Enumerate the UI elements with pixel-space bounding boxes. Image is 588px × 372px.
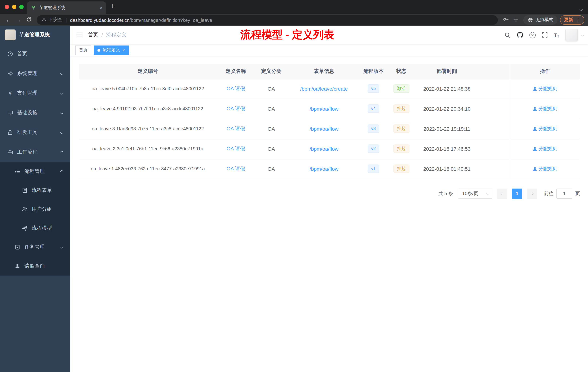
form-info-link[interactable]: /bpm/oa/leave/create <box>300 86 348 92</box>
sidebar-item-devtools[interactable]: 研发工具 <box>0 123 70 142</box>
help-icon[interactable]: ? <box>529 32 536 38</box>
sidebar-item-leave-query[interactable]: 请假查询 <box>0 257 70 275</box>
form-info-link[interactable]: /bpm/oa/flow <box>310 146 338 152</box>
form-info-link[interactable]: /bpm/oa/flow <box>310 106 338 111</box>
next-page-button[interactable] <box>527 188 537 198</box>
goto-page-input[interactable] <box>556 188 572 198</box>
caret-down-icon[interactable] <box>581 34 584 36</box>
sidebar-item-process-model[interactable]: 流程模型 <box>0 219 70 238</box>
tab-search-chevron-icon[interactable] <box>580 5 582 12</box>
bookmark-star-icon[interactable]: ☆ <box>511 17 521 23</box>
tab-close-icon[interactable]: × <box>100 5 103 10</box>
breadcrumb-home[interactable]: 首页 <box>88 32 98 38</box>
goto-label: 前往 <box>544 190 554 197</box>
sidebar-item-user-group[interactable]: 用户分组 <box>0 200 70 219</box>
definition-name-link[interactable]: OA 请假 <box>227 165 245 171</box>
status-badge: 挂起 <box>393 145 409 153</box>
definition-id: oa_leave:3:1fad3d93-7b75-11ec-a3c8-acde4… <box>79 119 216 139</box>
assign-rule-button[interactable]: 分配规则 <box>533 105 557 112</box>
font-size-icon[interactable]: TT <box>554 32 559 38</box>
minimize-window-button[interactable] <box>12 5 16 9</box>
new-tab-button[interactable]: + <box>111 2 115 10</box>
definition-id: oa_leave:4:991f2193-7b7f-11ec-a3c8-acde4… <box>79 99 216 119</box>
reload-button[interactable] <box>24 17 33 23</box>
incognito-badge: 无痕模式 <box>523 15 557 25</box>
users-icon <box>22 206 28 212</box>
form-info-link[interactable]: /bpm/oa/flow <box>310 166 338 172</box>
assign-rule-button[interactable]: 分配规则 <box>533 145 557 152</box>
address-bar[interactable]: 不安全 | dashboard.yudao.iocoder.cn/bpm/man… <box>37 15 498 25</box>
page-number-current[interactable]: 1 <box>512 188 522 198</box>
incognito-label: 无痕模式 <box>536 17 553 23</box>
github-icon[interactable] <box>516 32 523 38</box>
deploy-time: 2022-01-22 21:48:38 <box>416 79 477 99</box>
fullscreen-icon[interactable] <box>542 32 547 38</box>
browser-tab[interactable]: 芋道管理系统 × <box>27 1 106 14</box>
breadcrumb: 首页 / 流程定义 <box>88 32 126 38</box>
sidebar-logo: 芋道管理系统 <box>0 26 70 44</box>
sidebar-item-task-management[interactable]: 任务管理 <box>0 238 70 257</box>
search-icon[interactable] <box>504 32 510 38</box>
forward-button[interactable]: → <box>14 17 23 23</box>
back-button[interactable]: ← <box>4 17 13 23</box>
sidebar-item-system[interactable]: 系统管理 <box>0 64 70 83</box>
sidebar-item-label: 首页 <box>17 51 27 57</box>
definition-category: OA <box>255 119 287 139</box>
assign-rule-button[interactable]: 分配规则 <box>533 125 557 132</box>
definition-category: OA <box>255 139 287 159</box>
filler-cell <box>477 159 510 179</box>
chrome-update-button[interactable]: 更新 ⋮ <box>560 15 584 25</box>
update-label[interactable]: 更新 <box>564 17 573 23</box>
user-icon <box>15 263 20 269</box>
definition-name-link[interactable]: OA 请假 <box>227 85 245 91</box>
top-navbar: 首页 / 流程定义 流程模型 - 定义列表 ? TT <box>70 26 588 44</box>
sidebar-item-process-form[interactable]: 流程表单 <box>0 181 70 200</box>
definition-category: OA <box>255 159 287 179</box>
sidebar-toggle-hamburger-icon[interactable] <box>70 32 88 38</box>
sidebar-item-process-management[interactable]: 流程管理 <box>0 162 70 181</box>
assign-rule-button[interactable]: 分配规则 <box>533 85 557 92</box>
tag-home[interactable]: 首页 <box>75 45 91 55</box>
chevron-down-icon <box>60 92 63 95</box>
table-header-row: 定义编号 定义名称 定义分类 表单信息 流程版本 状态 部署时间 操作 <box>79 64 580 79</box>
definition-name-link[interactable]: OA 请假 <box>227 125 245 131</box>
sidebar-item-payment[interactable]: ¥ 支付管理 <box>0 83 70 103</box>
assign-rule-button[interactable]: 分配规则 <box>533 165 557 172</box>
definition-table: 定义编号 定义名称 定义分类 表单信息 流程版本 状态 部署时间 操作 <box>79 64 580 179</box>
definition-name-link[interactable]: OA 请假 <box>227 105 245 111</box>
monitor-icon <box>7 110 13 116</box>
maximize-window-button[interactable] <box>19 5 24 9</box>
sidebar-item-label: 流程表单 <box>32 187 52 194</box>
chevron-down-icon <box>60 246 63 249</box>
lock-icon <box>7 130 13 135</box>
tag-close-icon[interactable]: × <box>122 48 125 52</box>
sidebar-item-home[interactable]: 首页 <box>0 44 70 64</box>
pagination-total: 共 5 条 <box>438 190 453 197</box>
filler-cell <box>477 99 510 119</box>
goto-unit: 页 <box>575 190 580 197</box>
avatar[interactable] <box>566 29 578 41</box>
col-header-actions: 操作 <box>510 64 580 79</box>
list-icon <box>15 169 20 174</box>
form-info-link[interactable]: /bpm/oa/flow <box>310 126 338 131</box>
password-key-icon[interactable] <box>501 16 511 23</box>
prev-page-button[interactable] <box>497 188 507 198</box>
page-size-value: 10条/页 <box>462 190 478 197</box>
chevron-up-icon <box>60 170 63 173</box>
definition-category: OA <box>255 99 287 119</box>
content-area: 定义编号 定义名称 定义分类 表单信息 流程版本 状态 部署时间 操作 <box>70 56 588 372</box>
deploy-time: 2022-01-16 17:46:53 <box>416 139 477 159</box>
person-icon <box>533 107 537 111</box>
sidebar-item-workflow[interactable]: 工作流程 <box>0 142 70 162</box>
tag-process-definition[interactable]: 流程定义 × <box>94 45 128 55</box>
close-window-button[interactable] <box>5 5 9 9</box>
definition-name-link[interactable]: OA 请假 <box>227 145 245 151</box>
site-favicon <box>31 5 36 11</box>
col-header-filler <box>477 64 510 79</box>
page-size-select[interactable]: 10条/页 <box>458 188 492 198</box>
browser-menu-icon[interactable]: ⋮ <box>576 17 580 22</box>
sidebar-item-label: 支付管理 <box>17 90 37 97</box>
sidebar-item-infrastructure[interactable]: 基础设施 <box>0 103 70 123</box>
app-title: 芋道管理系统 <box>19 32 50 38</box>
security-label[interactable]: 不安全 <box>49 17 62 23</box>
